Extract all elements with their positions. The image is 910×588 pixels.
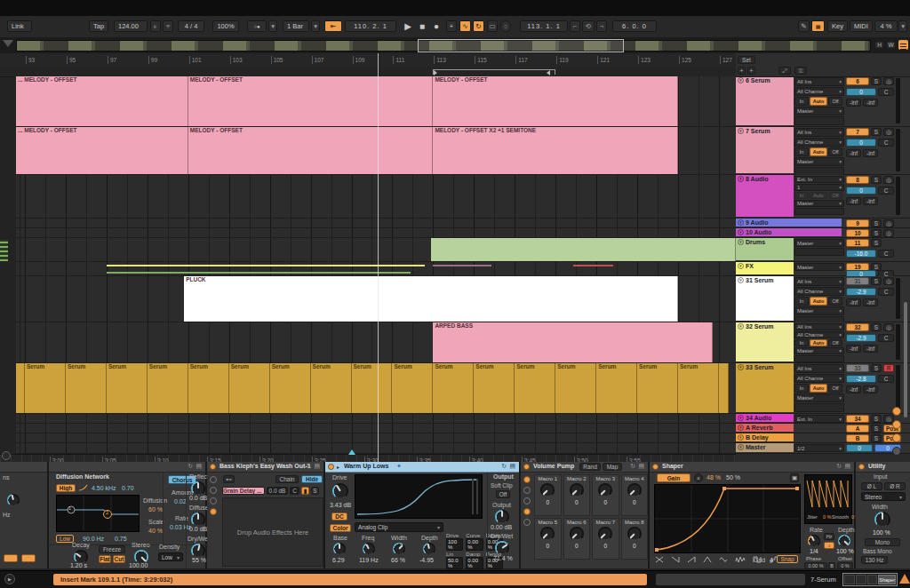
nudge-up-icon[interactable]: ⫧	[163, 20, 173, 32]
macro-knob[interactable]	[570, 527, 584, 541]
chain-solo-button[interactable]: S	[311, 487, 319, 495]
loop-length-field[interactable]: 6. 0. 0	[612, 20, 657, 32]
scale-value[interactable]: 40 %	[148, 528, 163, 534]
track-header-8-audio[interactable]: ▾8 AudioExt. In▾1▾InAutoOffMaster▾8S◎0C-…	[736, 175, 910, 219]
arm-button[interactable]: ◎	[883, 229, 894, 237]
drywet-value[interactable]: 55 %	[192, 557, 206, 563]
shelf-slope-icon[interactable]	[78, 484, 89, 492]
high-freq-value[interactable]: 4.50 kHz	[92, 485, 116, 491]
routing-box[interactable]: 1/2▾	[794, 444, 844, 452]
volume-field[interactable]: -2.9	[846, 288, 876, 296]
solo-button[interactable]: S	[871, 434, 882, 442]
track-name-cell[interactable]: ▾33 Serum	[736, 363, 794, 412]
track-header-a-reverb[interactable]: ▾A ReverbASPost	[736, 424, 910, 433]
new-button[interactable]: +	[446, 20, 457, 32]
solo-button[interactable]: S	[871, 364, 882, 372]
show-devices-button[interactable]	[523, 508, 531, 515]
track-name-cell[interactable]: ▾9 Audio	[736, 219, 842, 226]
base-value[interactable]: 6.29	[332, 557, 345, 563]
chain-item-grain-delay[interactable]: Grain Delay ...	[222, 487, 265, 495]
track-name-cell[interactable]: ▾FX	[736, 262, 794, 274]
base-knob[interactable]	[333, 543, 346, 555]
cut-button[interactable]: Cut	[113, 555, 125, 563]
track-name-cell[interactable]: ▾32 Serum	[736, 322, 794, 362]
track-header-master[interactable]: ▾Master1/2▾00	[736, 443, 910, 454]
grid-value[interactable]: 0.00 %	[466, 538, 483, 551]
nudge-down-icon[interactable]: ⫦	[150, 20, 161, 32]
arm-button[interactable]: ◎	[883, 77, 894, 85]
monitor-auto-button[interactable]: Auto	[810, 339, 827, 346]
follow-button[interactable]: ⇤	[324, 20, 342, 32]
crossfade-a-button[interactable]	[892, 407, 901, 416]
drywet-knob[interactable]	[191, 544, 205, 558]
phase-b-button[interactable]: B	[828, 562, 835, 569]
send-field[interactable]: -inf	[846, 345, 861, 353]
drywet-knob[interactable]	[495, 541, 509, 555]
solo-button[interactable]: S	[871, 277, 882, 285]
routing-box[interactable]: All Channe▾	[794, 287, 844, 296]
automation-arm-icon[interactable]: ∿	[459, 20, 471, 32]
utility-titlebar[interactable]: Utility	[856, 462, 910, 473]
flat-button[interactable]: Flat	[99, 555, 111, 563]
macro-knob[interactable]	[627, 483, 642, 497]
dc-button[interactable]: DC	[331, 513, 347, 520]
drive-knob[interactable]	[332, 483, 348, 499]
bass-mono-freq[interactable]: 130 Hz	[861, 556, 888, 564]
routing-box[interactable]: All Ins▾	[794, 277, 844, 286]
phase-value[interactable]: 0.00 %	[804, 562, 827, 569]
track-fold-icon[interactable]: ▾	[738, 229, 744, 235]
routing-box[interactable]: Ext. In▾	[794, 176, 844, 183]
diffusion-eq-display[interactable]: 1 2	[56, 495, 140, 532]
computer-midi-keyboard-icon[interactable]: ▦	[811, 20, 825, 32]
color-button[interactable]: Color	[330, 524, 351, 532]
pan-field[interactable]: C	[878, 375, 894, 383]
send-field[interactable]: -inf	[846, 99, 861, 107]
monitor-auto-button[interactable]: Auto	[810, 384, 827, 393]
track-name-cell[interactable]: ▾Master	[736, 443, 794, 452]
monitor-off-button[interactable]: Off	[828, 339, 842, 346]
session-record-icon[interactable]: ○	[500, 20, 511, 32]
freq-knob[interactable]	[363, 543, 375, 555]
routing-box[interactable]: Master▾	[794, 157, 844, 166]
volume-field[interactable]: -2.8	[846, 375, 876, 383]
pan-field[interactable]: C	[878, 334, 894, 342]
output-value[interactable]: 0.00 dB	[491, 524, 512, 530]
groove-amount[interactable]: 100%	[212, 20, 239, 32]
macro-knob[interactable]	[540, 483, 555, 497]
show-drop-area-button[interactable]	[523, 519, 531, 526]
device-thumbnail[interactable]	[867, 575, 878, 584]
macro-knob[interactable]	[598, 483, 612, 497]
monitor-in-button[interactable]: In	[794, 339, 809, 346]
save-preset-icon[interactable]: ▤	[509, 463, 515, 470]
pan-field[interactable]: C	[878, 139, 894, 147]
track-number-activator[interactable]: 34	[846, 415, 869, 423]
send-field[interactable]: -inf	[846, 298, 861, 306]
chain-button[interactable]: Chain	[275, 475, 299, 483]
device-on-button[interactable]	[210, 464, 216, 470]
routing-box[interactable]: Master▾	[794, 347, 844, 354]
track-fold-icon[interactable]: ▾	[738, 239, 744, 245]
output-knob[interactable]	[495, 510, 509, 524]
track-header-34-audio[interactable]: ▾34 AudioExt. In▾34S◎	[736, 414, 910, 424]
reflect-value[interactable]: 0.0 dB	[189, 495, 207, 501]
stereo-value[interactable]: 100.00	[129, 562, 148, 568]
track-name-cell[interactable]: ▾B Delay	[736, 433, 794, 441]
device-thumbnail[interactable]	[856, 575, 866, 584]
track-fold-icon[interactable]: ▾	[738, 364, 744, 370]
track-name-cell[interactable]: ▾10 Audio	[736, 228, 842, 236]
pan-field[interactable]: C	[878, 187, 894, 195]
solo-button[interactable]: S	[871, 239, 882, 247]
set-marker-button[interactable]: Set	[738, 56, 755, 64]
track-header-32-serum[interactable]: ▾32 SerumAll Ins▾All Channe▾InAutoOffMas…	[736, 322, 910, 363]
quantize-menu[interactable]: 1 Bar	[283, 20, 309, 32]
track-header-drums[interactable]: ▾DrumsMaster▾11S-16.0C	[736, 238, 910, 262]
partial-chip[interactable]	[4, 554, 18, 562]
send-field[interactable]: -inf	[863, 345, 878, 353]
gain-target-button[interactable]: Gain	[657, 473, 690, 482]
routing-box[interactable]: All Ins▾	[794, 323, 844, 330]
snap-button[interactable]: Snap	[777, 555, 798, 563]
track-fold-icon[interactable]: ▾	[738, 434, 744, 441]
save-preset-icon[interactable]: ▤	[844, 463, 850, 470]
track-number-activator[interactable]: 6	[846, 77, 869, 85]
hot-swap-icon[interactable]: ↻	[501, 463, 507, 470]
